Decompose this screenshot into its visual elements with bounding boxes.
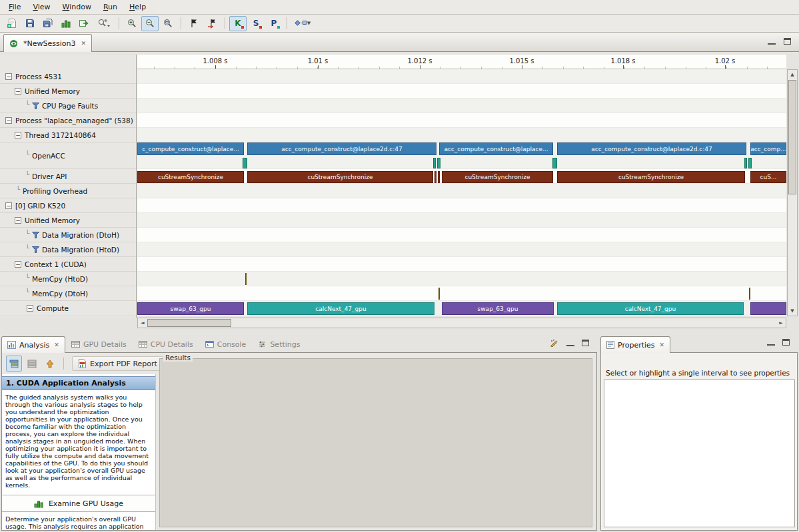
openacc-interval[interactable]: acc_compute_construct@laplace... [439,142,553,155]
openacc-interval[interactable]: acc_compute_construct@laplace2d.c:47 [247,142,436,155]
driver-api-interval[interactable] [434,171,436,183]
openacc-detail-interval[interactable] [748,158,752,168]
next-marker-icon[interactable] [185,16,203,31]
driver-api-interval[interactable]: cuS... [750,171,786,183]
maximize-icon[interactable] [582,340,589,346]
collapse-toggle-icon[interactable]: − [15,261,21,268]
tree-row-context-1-cuda[interactable]: −Context 1 (CUDA) [0,257,136,272]
collapse-toggle-icon[interactable]: − [15,132,21,138]
tree-row-unified-memory[interactable]: −Unified Memory [0,213,136,228]
export-pdf-button[interactable]: Export PDF Report [72,356,163,371]
tree-row-data-migration-dtoh[interactable]: └Data Migration (DtoH) [0,228,136,242]
view-menu-icon[interactable] [550,339,559,347]
p-toggle-icon[interactable]: P [265,16,283,31]
driver-api-interval[interactable]: cuStreamSynchronize [557,171,745,183]
minimize-icon[interactable] [767,339,775,346]
tab-console[interactable]: Console [199,336,253,352]
tree-row-process-4531[interactable]: −Process 4531 [0,69,136,84]
driver-api-interval[interactable]: cuStreamSynchronize [442,171,553,183]
tree-row-openacc[interactable]: └OpenACC [0,142,136,169]
new-session-icon[interactable] [3,16,21,31]
tree-row-driver-api[interactable]: └Driver API [0,169,136,184]
tree-row-compute[interactable]: −Compute [0,301,136,316]
compute-kernel-interval[interactable]: calcNext_47_gpu [247,302,434,315]
compute-kernel-interval[interactable]: calcNext_47_gpu [557,302,744,315]
openacc-interval[interactable]: c_compute_construct@laplace... [137,142,244,155]
memcpy-dtoh-interval[interactable] [749,288,750,300]
menu-file[interactable]: File [3,1,27,13]
collapse-toggle-icon[interactable]: − [15,88,21,95]
zoom-fit-icon[interactable] [159,16,177,31]
menu-view[interactable]: View [27,1,56,13]
scroll-right-icon[interactable]: ► [776,318,786,328]
tree-row-profiling-overhead[interactable]: └Profiling Overhead [0,184,136,198]
save-all-icon[interactable] [39,16,57,31]
timeline-canvas[interactable]: c_compute_construct@laplace...acc_comput… [137,69,786,316]
horizontal-scrollbar[interactable]: ◄ ► [137,318,786,328]
search-settings-icon[interactable] [93,16,115,31]
maximize-icon[interactable] [784,38,791,45]
compute-kernel-interval[interactable] [750,302,786,315]
tree-row-data-migration-htod[interactable]: └Data Migration (HtoD) [0,242,136,257]
tab-gpu-details[interactable]: GPU Details [65,336,133,352]
prev-marker-icon[interactable] [203,16,221,31]
close-icon[interactable]: ✕ [660,342,665,348]
examine-gpu-usage-button[interactable]: Examine GPU Usage [2,495,155,512]
report-icon[interactable] [57,16,75,31]
tab-cpu-details[interactable]: CPU Details [133,336,199,352]
openacc-detail-interval[interactable] [744,158,747,168]
close-icon[interactable]: ✕ [54,342,59,348]
export-session-icon[interactable] [75,16,93,31]
scroll-down-icon[interactable]: ▼ [788,306,797,316]
collapse-toggle-icon[interactable]: − [5,202,12,209]
tree-row-memcpy-dtoh[interactable]: └MemCpy (DtoH) [0,286,136,301]
save-icon[interactable] [21,16,39,31]
collapse-toggle-icon[interactable]: − [5,73,12,80]
menu-window[interactable]: Window [57,1,97,13]
compute-kernel-interval[interactable]: swap_63_gpu [137,302,244,315]
minimize-icon[interactable] [768,38,776,45]
maximize-icon[interactable] [782,339,790,346]
memcpy-htod-interval[interactable] [245,273,247,285]
tree-row-unified-memory[interactable]: −Unified Memory [0,84,136,99]
s-toggle-icon[interactable]: S [247,16,265,31]
scroll-left-icon[interactable]: ◄ [138,318,147,328]
horizontal-scroll-thumb[interactable] [147,319,231,327]
minimize-icon[interactable] [566,340,574,346]
timeline-ruler[interactable]: 1.008 s1.01 s1.012 s1.015 s1.018 s1.02 s [137,55,786,69]
guided-analysis-icon[interactable] [6,356,22,372]
session-tab[interactable]: *NewSession3 ✕ [3,34,92,52]
memcpy-dtoh-interval[interactable] [438,288,440,300]
openacc-detail-interval[interactable] [437,158,440,168]
tree-row-process-laplace-managed-538[interactable]: −Process "laplace_managed" (538) [0,113,136,128]
openacc-interval[interactable]: acc_comp... [750,142,786,155]
back-up-icon[interactable] [42,356,58,372]
openacc-detail-interval[interactable] [552,158,557,168]
k-toggle-icon[interactable]: K [229,16,247,31]
compute-kernel-interval[interactable]: swap_63_gpu [442,302,554,315]
collapse-toggle-icon[interactable]: − [15,217,21,224]
zoom-out-icon[interactable] [141,16,159,31]
driver-api-interval[interactable] [438,171,440,183]
driver-api-interval[interactable]: cuStreamSynchronize [247,171,433,183]
tab-settings[interactable]: Settings [252,336,306,352]
unguided-analysis-icon[interactable] [24,356,40,372]
menu-run[interactable]: Run [97,1,123,13]
tree-row-thread-3172140864[interactable]: −Thread 3172140864 [0,128,136,142]
openacc-detail-interval[interactable] [433,158,436,168]
scroll-up-icon[interactable]: ▲ [788,70,797,79]
driver-api-interval[interactable]: cuStreamSynchronize [137,171,244,183]
vertical-scrollbar[interactable]: ▲ ▼ [787,69,798,316]
zoom-in-icon[interactable] [123,16,141,31]
vertical-scroll-thumb[interactable] [788,80,796,194]
collapse-toggle-icon[interactable]: − [27,305,33,312]
collapse-toggle-icon[interactable]: − [5,117,12,124]
tree-row-cpu-page-faults[interactable]: └CPU Page Faults [0,99,136,113]
tab-analysis[interactable]: Analysis ✕ [1,336,65,353]
close-icon[interactable]: ✕ [81,40,86,47]
openacc-interval[interactable]: acc_compute_construct@laplace2d.c:47 [557,142,746,155]
run-analysis-icon[interactable]: ▼ [291,16,314,31]
openacc-detail-interval[interactable] [243,158,247,168]
tab-properties[interactable]: Properties ✕ [600,336,670,353]
tree-row-0-grid-k520[interactable]: −[0] GRID K520 [0,198,136,213]
